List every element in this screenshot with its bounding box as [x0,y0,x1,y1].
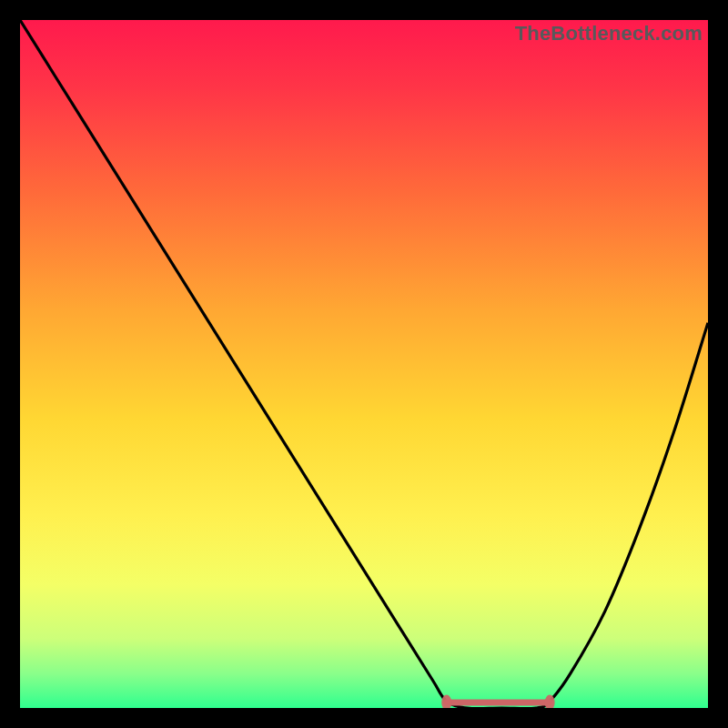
chart-frame: TheBottleneck.com [20,20,708,708]
bottleneck-chart [20,20,708,708]
watermark-text: TheBottleneck.com [515,22,703,46]
gradient-background [20,20,708,708]
